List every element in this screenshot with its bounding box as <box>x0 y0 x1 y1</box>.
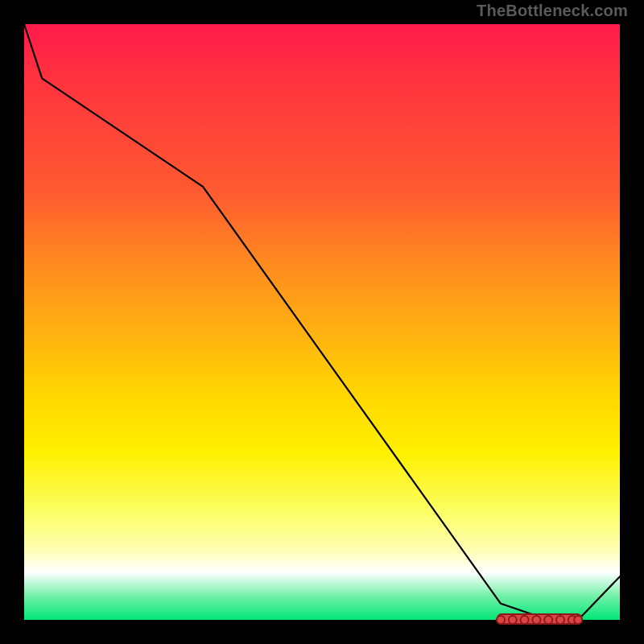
marker-dot <box>574 616 582 624</box>
chart-frame: TheBottleneck.com <box>0 0 644 644</box>
optimal-markers <box>497 616 582 624</box>
marker-dot <box>497 616 505 624</box>
plot-area <box>24 24 620 620</box>
marker-dot <box>521 616 529 624</box>
bottleneck-curve <box>24 24 620 620</box>
marker-dot <box>556 616 564 624</box>
marker-dot <box>532 616 540 624</box>
chart-svg <box>24 24 620 620</box>
marker-dot <box>544 616 552 624</box>
attribution-text: TheBottleneck.com <box>477 2 628 20</box>
marker-dot <box>509 616 517 624</box>
